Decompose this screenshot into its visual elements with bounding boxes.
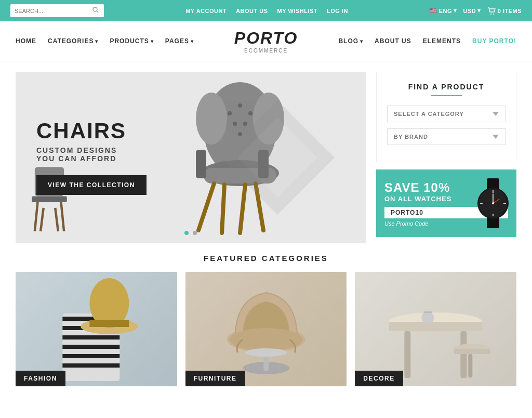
nav-left: HOME CATEGORIES▾ PRODUCTS▾ PAGES▾: [16, 37, 194, 45]
svg-rect-59: [405, 331, 411, 378]
svg-rect-62: [454, 349, 490, 354]
category-fashion[interactable]: FASHION: [16, 272, 177, 386]
currency-selector[interactable]: USD ▾: [463, 7, 481, 14]
nav-pages[interactable]: PAGES▾: [165, 37, 194, 45]
hero-content: CHAIRS CUSTOM DESIGNS YOU CAN AFFORD VIE…: [16, 99, 167, 216]
brand-select[interactable]: BY BRAND: [387, 128, 506, 145]
main-nav: HOME CATEGORIES▾ PRODUCTS▾ PAGES▾ PORTO …: [0, 21, 532, 61]
furniture-illustration: [185, 272, 347, 386]
hero-cta-button[interactable]: VIEW THE COLLECTION: [36, 175, 147, 195]
svg-point-55: [245, 348, 287, 357]
svg-rect-65: [424, 311, 432, 313]
furniture-label: FURNITURE: [185, 371, 245, 386]
svg-point-39: [492, 202, 494, 204]
nav-home[interactable]: HOME: [16, 37, 36, 45]
nav-right: BLOG▾ ABOUT US ELEMENTS BUY PORTO!: [338, 37, 516, 45]
find-product-title: FIND A PRODUCT: [387, 83, 506, 96]
currency-chevron-icon: ▾: [477, 7, 481, 14]
content-area: CHAIRS CUSTOM DESIGNS YOU CAN AFFORD VIE…: [0, 61, 532, 254]
categories-chevron-icon: ▾: [95, 38, 98, 44]
cart-icon: [487, 7, 496, 15]
nav-products[interactable]: PRODUCTS▾: [110, 37, 153, 45]
pages-chevron-icon: ▾: [191, 38, 194, 44]
logo-sub: eCommerce: [234, 48, 298, 54]
search-icon: [92, 7, 99, 13]
svg-point-3: [493, 14, 494, 15]
blog-chevron-icon: ▾: [360, 38, 363, 44]
svg-point-52: [230, 328, 302, 351]
top-bar-right: 🇺🇸 ENG ▾ USD ▾ 0 ITEMS: [430, 7, 522, 15]
decore-illustration: [355, 272, 516, 386]
products-chevron-icon: ▾: [151, 38, 154, 44]
svg-line-19: [198, 184, 214, 230]
hero-title: CHAIRS: [36, 120, 147, 142]
hero-bg-shape: [220, 100, 335, 215]
top-nav-log-in[interactable]: LOG IN: [327, 8, 348, 14]
svg-rect-58: [389, 322, 483, 331]
sidebar: FIND A PRODUCT SELECT A CATEGORY BY BRAN…: [376, 72, 516, 243]
search-box: [10, 4, 104, 17]
fashion-img: [16, 272, 177, 386]
hero-sub1: CUSTOM DESIGNS: [36, 146, 147, 154]
top-bar: MY ACCOUNT ABOUT US MY WISHLIST LOG IN 🇺…: [0, 0, 532, 21]
top-nav: MY ACCOUNT ABOUT US MY WISHLIST LOG IN: [185, 8, 348, 14]
find-product-box: FIND A PRODUCT SELECT A CATEGORY BY BRAN…: [376, 72, 516, 162]
category-furniture[interactable]: FURNITURE: [185, 272, 347, 386]
search-input[interactable]: [10, 5, 88, 17]
slider-dot-1[interactable]: [184, 231, 189, 235]
logo[interactable]: PORTO eCommerce: [234, 29, 298, 54]
hero-slider: CHAIRS CUSTOM DESIGNS YOU CAN AFFORD VIE…: [16, 72, 366, 243]
svg-rect-60: [461, 331, 467, 378]
decore-label: DECORE: [355, 371, 403, 386]
nav-elements[interactable]: ELEMENTS: [423, 37, 461, 45]
svg-rect-17: [196, 150, 206, 178]
featured-title: FEATURED CATEGORIES: [16, 254, 516, 263]
furniture-img: [185, 272, 347, 386]
flag-icon: 🇺🇸: [430, 7, 437, 14]
nav-categories[interactable]: CATEGORIES▾: [48, 37, 98, 45]
slider-dots: [184, 231, 197, 235]
nav-about-us[interactable]: ABOUT US: [375, 37, 411, 45]
top-nav-my-wishlist[interactable]: MY WISHLIST: [277, 8, 317, 14]
lang-chevron-icon: ▾: [454, 7, 457, 14]
language-selector[interactable]: 🇺🇸 ENG ▾: [430, 7, 457, 14]
category-decore[interactable]: DECORE: [355, 272, 516, 386]
svg-point-64: [422, 311, 434, 324]
svg-point-0: [93, 7, 97, 11]
slider-dot-2[interactable]: [193, 231, 197, 235]
fashion-label: FASHION: [16, 371, 65, 386]
cart-button[interactable]: 0 ITEMS: [487, 7, 522, 15]
top-nav-about-us[interactable]: ABOUT US: [236, 8, 268, 14]
svg-line-1: [97, 11, 98, 12]
svg-rect-50: [89, 320, 129, 327]
decore-img: [355, 272, 516, 386]
svg-rect-63: [469, 354, 473, 377]
top-nav-my-account[interactable]: MY ACCOUNT: [185, 8, 227, 14]
logo-title: PORTO: [234, 29, 298, 48]
nav-buy-porto[interactable]: BUY PORTO!: [472, 37, 516, 45]
nav-blog[interactable]: BLOG▾: [338, 37, 363, 45]
promo-box: SAVE 10% ON ALL WATCHES PORTO10 Use Prom…: [376, 169, 516, 237]
category-select[interactable]: SELECT A CATEGORY: [387, 106, 506, 122]
categories-grid: FASHION: [16, 272, 516, 386]
featured-section: FEATURED CATEGORIES: [0, 254, 532, 402]
svg-point-2: [490, 14, 491, 15]
fashion-illustration: [16, 272, 177, 386]
search-button[interactable]: [88, 4, 103, 17]
hero-sub2: YOU CAN AFFORD: [36, 154, 147, 163]
watch-img: [467, 177, 516, 229]
